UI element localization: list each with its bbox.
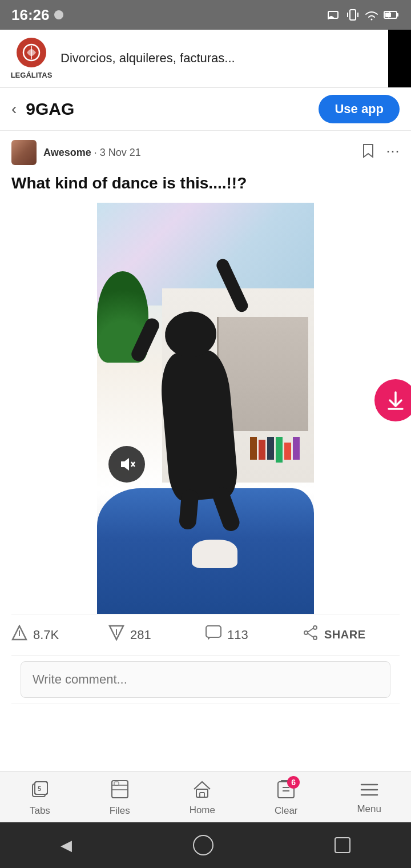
comment-icon — [206, 625, 221, 644]
svg-rect-6 — [397, 13, 398, 17]
bottom-nav: 5 Tabs Files Home — [0, 771, 411, 822]
post-date: 3 Nov 21 — [100, 147, 141, 158]
android-recents-button[interactable] — [335, 837, 350, 853]
bookmark-icon[interactable] — [362, 143, 374, 162]
mute-icon — [118, 455, 136, 473]
comment-box — [11, 656, 400, 704]
home-label: Home — [190, 805, 215, 816]
ad-brand: LEGÁLITAS — [11, 71, 53, 79]
svg-point-22 — [313, 626, 317, 629]
svg-rect-21 — [206, 626, 221, 637]
comments-count: 113 — [227, 628, 248, 642]
ad-black-bar — [388, 30, 411, 87]
android-nav-bar: ◀ — [0, 822, 411, 868]
svg-point-23 — [313, 636, 317, 640]
upvote-icon — [11, 625, 27, 645]
share-label: SHARE — [324, 628, 366, 641]
tabs-icon: 5 — [30, 779, 50, 803]
comments-button[interactable]: 113 — [206, 625, 303, 644]
svg-rect-32 — [114, 782, 119, 785]
ad-logo-circle — [17, 38, 46, 67]
downvote-count: 281 — [130, 628, 151, 642]
svg-line-26 — [308, 633, 313, 637]
files-label: Files — [110, 805, 130, 817]
home-nav-item[interactable]: Home — [190, 780, 215, 816]
clear-nav-item[interactable]: 6 Clear — [275, 779, 298, 817]
files-nav-item[interactable]: Files — [110, 779, 130, 817]
wifi-icon — [364, 9, 379, 21]
status-bar: 16:26 — [0, 0, 411, 30]
android-back-button[interactable]: ◀ — [61, 837, 72, 854]
post-container: Awesome · 3 Nov 21 ⋯ What kind of dance … — [0, 131, 411, 704]
battery-icon — [384, 10, 400, 20]
svg-line-25 — [308, 628, 313, 632]
vibrate-icon — [346, 8, 360, 22]
more-options-icon[interactable]: ⋯ — [386, 143, 400, 162]
tabs-label: Tabs — [30, 805, 50, 817]
back-button[interactable]: ‹ — [11, 100, 17, 118]
post-meta: Awesome · 3 Nov 21 — [43, 147, 141, 159]
downvote-icon — [108, 625, 124, 645]
upvote-button[interactable]: 8.7K — [11, 625, 108, 645]
status-time: 16:26 — [11, 6, 63, 24]
clear-icon: 6 — [277, 779, 295, 803]
browser-title: 9GAG — [26, 99, 309, 119]
downvote-button[interactable]: 281 — [108, 625, 206, 645]
avatar-image — [11, 140, 37, 165]
svg-rect-33 — [196, 789, 208, 797]
share-icon — [303, 625, 319, 644]
share-button[interactable]: SHARE — [303, 625, 400, 644]
svg-point-24 — [304, 631, 308, 634]
post-author-name: Awesome — [43, 147, 91, 158]
use-app-button[interactable]: Use app — [319, 95, 400, 123]
files-icon — [111, 779, 129, 803]
download-icon — [385, 390, 406, 411]
svg-rect-2 — [350, 10, 356, 20]
svg-rect-7 — [385, 13, 391, 17]
status-indicator — [54, 10, 63, 19]
download-button[interactable] — [374, 379, 411, 421]
post-header: Awesome · 3 Nov 21 ⋯ — [11, 140, 400, 165]
tabs-nav-item[interactable]: 5 Tabs — [30, 779, 50, 817]
svg-text:5: 5 — [38, 785, 41, 792]
upvote-count: 8.7K — [33, 628, 59, 642]
clear-label: Clear — [275, 805, 298, 817]
post-image — [97, 203, 314, 614]
menu-label: Menu — [357, 803, 381, 815]
browser-bar: ‹ 9GAG Use app — [0, 88, 411, 131]
white-hand — [192, 540, 237, 568]
status-icons — [328, 8, 400, 22]
android-home-button[interactable] — [193, 835, 213, 855]
menu-icon — [360, 782, 378, 801]
menu-nav-item[interactable]: Menu — [357, 782, 381, 815]
post-actions: 8.7K 281 113 — [11, 614, 400, 656]
svg-rect-34 — [200, 793, 204, 797]
comment-input[interactable] — [21, 661, 390, 698]
ad-banner[interactable]: LEGÁLITAS Divorcios, alquileres, factura… — [0, 30, 411, 88]
svg-line-8 — [389, 11, 390, 18]
post-separator: · — [94, 147, 100, 158]
cast-icon — [328, 8, 341, 22]
post-header-actions: ⋯ — [362, 143, 400, 162]
home-icon — [193, 780, 211, 802]
ad-logo: LEGÁLITAS — [11, 38, 51, 79]
scene-books — [250, 437, 300, 463]
post-image-wrapper — [11, 203, 400, 614]
avatar — [11, 140, 37, 165]
mute-button[interactable] — [108, 446, 145, 483]
time-display: 16:26 — [11, 6, 50, 24]
ad-text: Divorcios, alquileres, facturas... — [61, 50, 235, 67]
post-title: What kind of dance is this....!!? — [11, 173, 400, 194]
svg-marker-12 — [121, 458, 129, 471]
post-author: Awesome · 3 Nov 21 — [11, 140, 141, 165]
clear-badge: 6 — [287, 776, 300, 789]
